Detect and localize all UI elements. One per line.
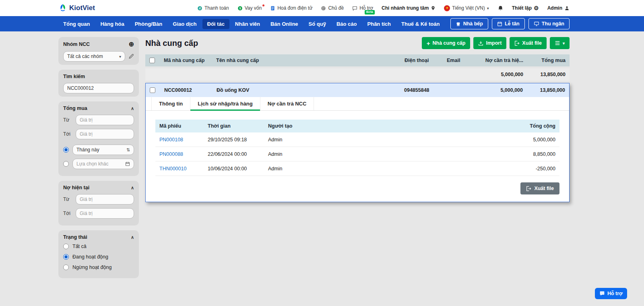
receipt-link[interactable]: THN000010	[155, 166, 204, 172]
detail-tabs: Thông tin Lịch sử nhập/trả hàng Nợ cần t…	[146, 97, 569, 111]
floating-support-button[interactable]: Hỗ trợ	[595, 288, 627, 299]
nav-item-doi-tac[interactable]: Đối tác	[202, 19, 229, 29]
history-tab-content: Mã phiếu Thời gian Người tạo Tổng cộng P…	[146, 111, 569, 202]
debt-from-input[interactable]	[76, 194, 134, 205]
nav-item-thue-ke-toan[interactable]: Thuế & Kế toán	[396, 19, 444, 29]
tab-thong-tin[interactable]: Thông tin	[151, 97, 190, 110]
cell-creator: Admin	[264, 151, 483, 157]
summary-debt: 5,000,000	[481, 72, 527, 77]
cell-supplier-name: Đồ uống KOV	[213, 87, 400, 93]
status-option-active[interactable]: Đang hoạt động	[63, 254, 134, 260]
column-header-email[interactable]: Email	[443, 58, 481, 63]
export-file-button[interactable]: Xuất file	[510, 37, 547, 49]
summary-total: 13,850,000	[527, 72, 570, 77]
export-icon	[526, 186, 531, 191]
cashier-button[interactable]: Thu ngân	[528, 18, 570, 29]
settings-label: Thiết lập	[512, 5, 532, 11]
floating-support-label: Hỗ trợ	[607, 291, 623, 296]
column-options-button[interactable]: ▾	[550, 37, 570, 49]
history-table-header: Mã phiếu Thời gian Người tạo Tổng cộng	[155, 120, 559, 132]
loan-icon: $	[237, 6, 243, 11]
status-option-inactive[interactable]: Ngừng hoạt động	[63, 265, 134, 270]
admin-menu[interactable]: Admin	[547, 5, 570, 11]
status-option-all[interactable]: Tất cả	[63, 244, 134, 249]
supplier-row[interactable]: NCC000012 Đồ uống KOV 094855848 5,000,00…	[146, 83, 569, 97]
beta-badge: Beta	[365, 10, 375, 14]
column-header-phone[interactable]: Điện thoại	[400, 58, 443, 63]
import-button[interactable]: Import	[473, 37, 506, 49]
topbar-link-loan[interactable]: $ Vay vốn	[237, 5, 262, 11]
receipt-link[interactable]: PN000108	[155, 137, 204, 143]
history-column-time: Thời gian	[204, 123, 264, 129]
status-panel: Trạng thái ∧ Tất cả Đang hoạt động Ngừng…	[58, 230, 139, 278]
debt-to-input[interactable]	[76, 208, 134, 219]
month-radio[interactable]	[63, 147, 69, 153]
column-header-name[interactable]: Tên nhà cung cấp	[212, 58, 400, 63]
tab-no-can-tra[interactable]: Nợ cần trả NCC	[260, 97, 314, 110]
column-header-debt[interactable]: Nợ cần trả hiệ...	[481, 58, 527, 63]
group-select[interactable]: Tất cả các nhóm ▾	[63, 51, 125, 62]
panel-title: Trạng thái	[63, 234, 87, 240]
main-navbar: Tổng quan Hàng hóa Phòng/Bàn Giao dịch Đ…	[0, 16, 644, 31]
nav-item-tong-quan[interactable]: Tổng quan	[58, 19, 95, 29]
cell-supplier-total: 13,850,000	[527, 87, 569, 93]
branch-selector[interactable]: Chi nhánh trung tâm	[382, 5, 436, 11]
panel-title: Tìm kiếm	[63, 74, 85, 79]
add-group-icon[interactable]: ⊕	[129, 41, 134, 48]
nav-item-phong-ban[interactable]: Phòng/Bàn	[130, 19, 167, 29]
nav-item-ban-online[interactable]: Bán Online	[266, 19, 303, 29]
tab-lich-su-nhap-tra[interactable]: Lịch sử nhập/trả hàng	[190, 97, 260, 110]
collapse-chevron-icon[interactable]: ∧	[131, 106, 134, 111]
logo-text: KiotViet	[69, 4, 95, 12]
settings-button[interactable]: Thiết lập ⚙	[512, 5, 539, 11]
notification-dot	[262, 4, 264, 6]
topbar-link-einvoice[interactable]: Hoá đơn điện tử	[270, 5, 312, 11]
to-label: Tới	[63, 211, 72, 216]
nav-item-hang-hoa[interactable]: Hàng hóa	[95, 19, 129, 29]
nav-item-so-quy[interactable]: Sổ quỹ	[304, 19, 331, 29]
column-header-total[interactable]: Tổng mua	[527, 58, 570, 63]
kitchen-button[interactable]: Nhà bếp	[450, 18, 488, 29]
topbar-link-payment[interactable]: đ Thanh toán	[197, 5, 229, 11]
collapse-chevron-icon[interactable]: ∧	[131, 185, 134, 190]
nav-item-giao-dich[interactable]: Giao dịch	[168, 19, 201, 29]
column-header-code[interactable]: Mã nhà cung cấp	[160, 58, 212, 63]
receipt-link[interactable]: PN000088	[155, 151, 204, 157]
add-supplier-button[interactable]: + Nhà cung cấp	[422, 37, 471, 49]
list-icon	[555, 40, 560, 46]
total-purchase-panel: Tổng mua ∧ Từ Tới Tháng này ⇅	[58, 101, 139, 176]
cell-total: -250,000	[483, 166, 559, 172]
custom-range-radio[interactable]	[63, 161, 69, 167]
chat-bubble-icon	[599, 291, 605, 296]
collapse-chevron-icon[interactable]: ∧	[131, 235, 134, 240]
nav-item-phan-tich[interactable]: Phân tích	[363, 19, 396, 29]
page: KiotViet đ Thanh toán $ Vay vốn	[0, 0, 644, 283]
panel-title: Tổng mua	[63, 105, 87, 111]
month-select[interactable]: Tháng này ⇅	[72, 145, 134, 155]
register-label: Lễ tân	[505, 21, 520, 27]
month-select-value: Tháng này	[76, 147, 99, 153]
supplier-search-input[interactable]	[63, 83, 134, 93]
total-to-input[interactable]	[76, 129, 134, 139]
reception-button[interactable]: Lễ tân	[492, 18, 525, 29]
radio-icon	[63, 244, 69, 249]
notifications-button[interactable]	[497, 5, 504, 11]
select-all-checkbox[interactable]	[149, 58, 155, 63]
search-panel: Tìm kiếm	[58, 70, 139, 97]
row-checkbox[interactable]	[150, 87, 155, 93]
detail-export-button[interactable]: Xuất file	[520, 182, 559, 194]
cell-total: 8,850,000	[483, 151, 559, 157]
cell-time: 22/06/2024 00:00	[204, 151, 264, 157]
custom-range-picker[interactable]: Lựa chọn khác	[72, 159, 134, 169]
kiotviet-logo[interactable]: KiotViet	[58, 4, 95, 12]
cell-time: 10/06/2024 00:00	[204, 166, 264, 172]
edit-pencil-icon[interactable]	[128, 54, 134, 59]
topbar-link-support[interactable]: Hỗ trợ Beta	[352, 5, 373, 11]
history-column-code: Mã phiếu	[155, 123, 204, 129]
total-from-input[interactable]	[76, 115, 134, 125]
nav-item-nhan-vien[interactable]: Nhân viên	[230, 19, 265, 29]
topbar-link-theme[interactable]: Chủ đề	[321, 5, 344, 11]
location-pin-icon	[431, 5, 436, 11]
nav-item-bao-cao[interactable]: Báo cáo	[332, 19, 362, 29]
language-selector[interactable]: ★ Tiếng Việt (VN) ▾	[444, 5, 489, 11]
